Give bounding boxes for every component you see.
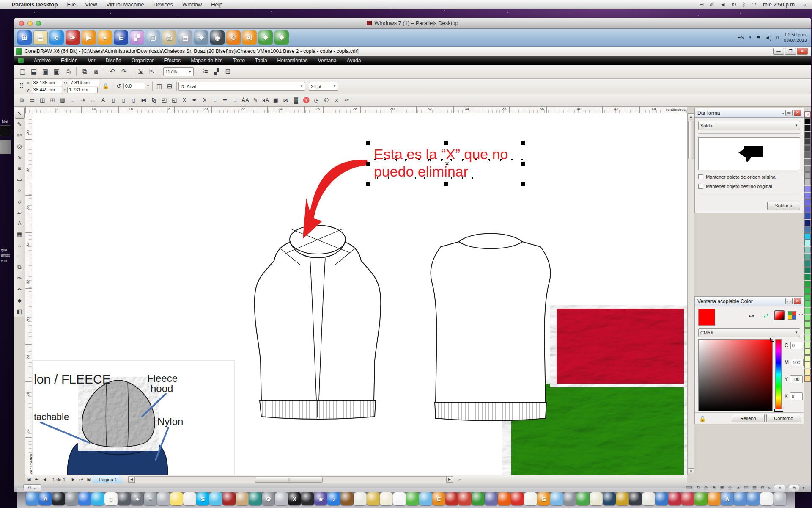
- shape-tool[interactable]: ✎: [15, 119, 25, 130]
- eyedrop-icon[interactable]: ✑: [342, 96, 351, 105]
- basic-shapes-tool[interactable]: ▱: [15, 207, 25, 218]
- dropcap-icon[interactable]: A: [99, 96, 108, 105]
- dock-icon-phone-app[interactable]: [393, 492, 406, 505]
- red-fabric-swatch[interactable]: [557, 309, 684, 384]
- color-more-button[interactable]: ...: [799, 309, 804, 316]
- import-button[interactable]: ⇲: [135, 66, 145, 77]
- text-node[interactable]: [488, 159, 490, 161]
- macos-menu-virtual-machine[interactable]: Virtual Machine: [106, 1, 144, 8]
- menu-mapas-de-bits[interactable]: Mapas de bits: [191, 58, 222, 64]
- start-orb[interactable]: ⊞: [17, 30, 32, 45]
- text-node[interactable]: [418, 159, 420, 161]
- parallels-status-icon[interactable]: ⊟: [699, 1, 704, 8]
- copy-props-icon[interactable]: ⊞: [48, 96, 57, 105]
- dock-icon-itunes[interactable]: ♪: [327, 492, 340, 505]
- dock-icon-system-preferences[interactable]: ⚙: [262, 492, 275, 505]
- color-docker-close[interactable]: ✕: [794, 298, 801, 304]
- selection-handle[interactable]: [444, 182, 448, 186]
- palette-swatch-37[interactable]: [804, 362, 811, 368]
- palette-swatch-25[interactable]: [804, 281, 811, 287]
- annotation-text[interactable]: Esta es la “X” que no puedo eliminar: [374, 146, 530, 180]
- menu-diseño[interactable]: Diseño: [105, 58, 121, 64]
- emule-app[interactable]: E: [114, 30, 128, 45]
- phone-icon[interactable]: ✆: [322, 96, 331, 105]
- tray-chevron-icon[interactable]: ▼: [749, 36, 752, 39]
- dimension-tool[interactable]: ↔: [15, 240, 25, 251]
- vest-back-drawing[interactable]: [431, 234, 551, 421]
- add-page-left-button[interactable]: ⊞: [25, 477, 33, 482]
- interactive-fill-tool[interactable]: ◧: [15, 306, 25, 317]
- dock-icon-dog-app[interactable]: [236, 492, 249, 505]
- text-node[interactable]: [471, 177, 473, 179]
- vertical-scrollbar[interactable]: ▲ ▼: [687, 113, 694, 475]
- color-palettes-icon[interactable]: [788, 311, 796, 320]
- menu-texto[interactable]: Texto: [233, 58, 245, 64]
- dock-icon-facetime[interactable]: [91, 492, 104, 505]
- dock-icon-atom-app[interactable]: [550, 492, 563, 505]
- spotlight-icon[interactable]: ⌕: [803, 1, 806, 8]
- checkbox-box-2[interactable]: [698, 184, 703, 189]
- installer-box[interactable]: ⬒: [178, 30, 192, 45]
- palette-swatch-34[interactable]: [804, 342, 811, 348]
- menu-archivo[interactable]: Archivo: [34, 58, 51, 64]
- dock-icon-pictures-dark[interactable]: [629, 492, 642, 505]
- gom-player[interactable]: ●: [98, 30, 112, 45]
- palette-swatch-8[interactable]: [804, 166, 811, 172]
- first-page-button[interactable]: ⏮: [33, 477, 41, 482]
- prev-page-button[interactable]: ◀: [41, 477, 48, 482]
- docker-chevron[interactable]: »: [782, 110, 784, 116]
- fill-tool[interactable]: ◆: [15, 295, 25, 306]
- palette-more-button[interactable]: ⁘: [806, 107, 809, 111]
- parallels-tools-1[interactable]: ❖: [258, 30, 273, 45]
- palette-swatch-12[interactable]: [804, 193, 811, 199]
- menu-ventana[interactable]: Ventana: [318, 58, 337, 64]
- dock-icon-preview[interactable]: [65, 492, 78, 505]
- palette-swatch-11[interactable]: [804, 186, 811, 192]
- height-field[interactable]: 1.731 cm: [67, 87, 98, 93]
- indent-icon[interactable]: ⇥: [78, 96, 88, 105]
- text-node[interactable]: [511, 159, 513, 161]
- macos-menu-help[interactable]: Help: [211, 1, 222, 8]
- dock-icon-corel-connect-dock[interactable]: C: [432, 492, 445, 505]
- delete-x1-icon[interactable]: X: [180, 96, 189, 105]
- palette-swatch-4[interactable]: [804, 138, 811, 145]
- vertical-ruler[interactable]: centímetros 403836343230282624: [25, 113, 32, 475]
- text-node[interactable]: [376, 177, 378, 179]
- textframe-icon[interactable]: ◰: [159, 96, 169, 105]
- dock-icon-dashboard[interactable]: [52, 492, 65, 505]
- dock-icon-numbers[interactable]: [354, 492, 367, 505]
- color-model-combo[interactable]: CMYK▼: [698, 328, 800, 337]
- text-node[interactable]: [388, 177, 390, 179]
- print-button[interactable]: ⎙: [63, 66, 73, 77]
- checkbox-box-1[interactable]: [698, 174, 703, 179]
- text-node[interactable]: [395, 159, 397, 161]
- freehand-tool[interactable]: ∿: [15, 152, 25, 163]
- crop-tool[interactable]: ✄: [15, 130, 25, 141]
- palette-swatch-23[interactable]: [804, 267, 811, 273]
- palette-swatch-10[interactable]: [804, 179, 811, 185]
- palette-swatch-32[interactable]: [804, 328, 811, 334]
- text-node[interactable]: [405, 159, 407, 161]
- x-position-field[interactable]: 33.188 cm: [32, 80, 62, 86]
- new-doc-button[interactable]: ▢: [17, 66, 27, 77]
- dock-icon-iphoto[interactable]: [301, 492, 314, 505]
- horizontal-ruler[interactable]: centímetros 1214161820222426283032343638…: [25, 107, 687, 113]
- illustrator-app[interactable]: Ai: [242, 30, 257, 45]
- macos-menu-file[interactable]: File: [67, 1, 76, 8]
- dock-icon-imovie[interactable]: ★: [314, 492, 327, 505]
- close-traffic-light[interactable]: [19, 21, 24, 26]
- page-size-icon[interactable]: ◫: [38, 96, 47, 105]
- dock-icon-world-clock[interactable]: [603, 492, 616, 505]
- dock-icon-usb-device[interactable]: [275, 492, 288, 505]
- palette-swatch-20[interactable]: [804, 247, 811, 253]
- palette-swatch-24[interactable]: [804, 274, 811, 280]
- dock-icon-textedit[interactable]: [183, 492, 196, 505]
- time-machine-icon[interactable]: ↻: [732, 1, 736, 8]
- doc-pages-icon[interactable]: ⧉: [17, 96, 27, 105]
- selection-handle[interactable]: [366, 141, 370, 145]
- hue-marker[interactable]: [774, 409, 783, 412]
- dock-icon-speedometer[interactable]: [576, 492, 590, 505]
- macos-app-menu[interactable]: Parallels Desktop: [12, 1, 58, 8]
- dock-icon-folder-windows[interactable]: [747, 492, 760, 505]
- dock-icon-g-app[interactable]: G: [537, 492, 550, 505]
